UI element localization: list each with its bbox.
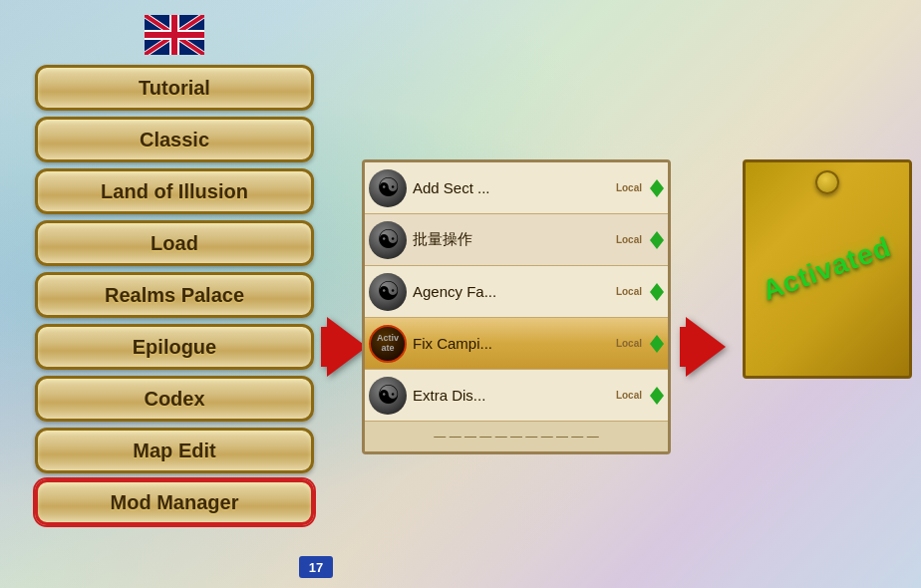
version-badge: 17 bbox=[299, 556, 333, 578]
mod-local-add-sect: Local bbox=[616, 182, 642, 193]
mod-name-bulk-ops: 批量操作 bbox=[413, 230, 610, 249]
arrow-up-agency-fa[interactable] bbox=[650, 283, 664, 292]
left-menu: Tutorial Classic Land of Illusion Load R… bbox=[20, 15, 329, 525]
menu-btn-classic[interactable]: Classic bbox=[35, 117, 314, 162]
mod-icon-agency-fa: ☯ bbox=[369, 273, 407, 311]
mod-local-bulk-ops: Local bbox=[616, 234, 642, 245]
mod-list-panel: ☯ Add Sect ... Local ☯ 批量操作 Local ☯ Agen… bbox=[362, 159, 671, 454]
menu-btn-epilogue[interactable]: Epilogue bbox=[35, 324, 314, 370]
mod-row-add-sect[interactable]: ☯ Add Sect ... Local bbox=[365, 162, 668, 214]
arrow-down-add-sect[interactable] bbox=[650, 188, 664, 197]
menu-btn-load[interactable]: Load bbox=[35, 220, 314, 266]
panel-footer: — — — — — — — — — — — bbox=[365, 422, 668, 451]
arrow-up-fix-campi[interactable] bbox=[650, 335, 664, 344]
arrow-down-bulk-ops[interactable] bbox=[650, 240, 664, 249]
mod-arrows-extra-dis[interactable] bbox=[650, 387, 664, 405]
mod-arrows-add-sect[interactable] bbox=[650, 179, 664, 197]
arrow-up-bulk-ops[interactable] bbox=[650, 231, 664, 240]
mod-name-agency-fa: Agency Fa... bbox=[413, 283, 610, 300]
activated-text: Activated bbox=[759, 231, 896, 307]
mod-name-add-sect: Add Sect ... bbox=[413, 179, 610, 196]
menu-btn-codex[interactable]: Codex bbox=[35, 376, 314, 422]
mod-local-extra-dis: Local bbox=[616, 390, 642, 401]
mod-arrows-bulk-ops[interactable] bbox=[650, 231, 664, 249]
language-flag[interactable] bbox=[145, 15, 204, 55]
mod-row-fix-campi[interactable]: Activate Fix Campi... Local bbox=[365, 318, 668, 370]
mod-arrows-agency-fa[interactable] bbox=[650, 283, 664, 301]
mod-arrows-fix-campi[interactable] bbox=[650, 335, 664, 353]
arrow-down-agency-fa[interactable] bbox=[650, 292, 664, 301]
mod-local-fix-campi: Local bbox=[616, 338, 642, 349]
menu-btn-map-edit[interactable]: Map Edit bbox=[35, 428, 314, 473]
mod-name-extra-dis: Extra Dis... bbox=[413, 387, 610, 404]
activated-panel: Activated bbox=[743, 159, 912, 379]
mod-row-extra-dis[interactable]: ☯ Extra Dis... Local bbox=[365, 370, 668, 422]
menu-btn-realms-palace[interactable]: Realms Palace bbox=[35, 272, 314, 318]
arrow-down-extra-dis[interactable] bbox=[650, 396, 664, 405]
mod-name-fix-campi: Fix Campi... bbox=[413, 335, 610, 352]
mod-icon-extra-dis: ☯ bbox=[369, 377, 407, 415]
menu-btn-tutorial[interactable]: Tutorial bbox=[35, 65, 314, 111]
menu-btn-mod-manager[interactable]: Mod Manager bbox=[35, 479, 314, 525]
menu-btn-land-of-illusion[interactable]: Land of Illusion bbox=[35, 168, 314, 214]
arrow-up-extra-dis[interactable] bbox=[650, 387, 664, 396]
mod-row-bulk-ops[interactable]: ☯ 批量操作 Local bbox=[365, 214, 668, 266]
mod-local-agency-fa: Local bbox=[616, 286, 642, 297]
mod-icon-add-sect: ☯ bbox=[369, 169, 407, 207]
arrow-up-add-sect[interactable] bbox=[650, 179, 664, 188]
mod-row-agency-fa[interactable]: ☯ Agency Fa... Local bbox=[365, 266, 668, 318]
mod-icon-bulk-ops: ☯ bbox=[369, 221, 407, 259]
arrow-down-fix-campi[interactable] bbox=[650, 344, 664, 353]
mod-icon-fix-campi: Activate bbox=[369, 325, 407, 363]
